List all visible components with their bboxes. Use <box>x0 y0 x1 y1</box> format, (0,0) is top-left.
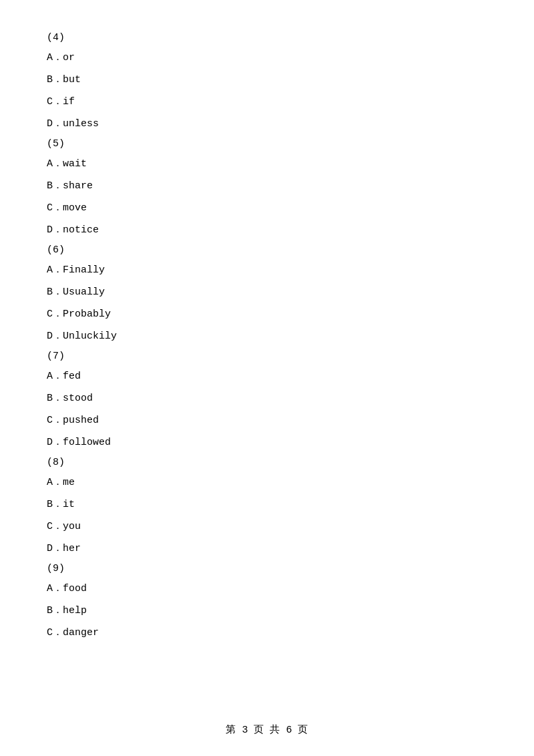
question-number-6: (6) <box>47 244 487 256</box>
option-q4-2: C．if <box>47 93 487 111</box>
option-q4-1: B．but <box>47 71 487 89</box>
question-number-4: (4) <box>47 32 487 43</box>
option-q5-0: A．wait <box>47 155 487 173</box>
option-q9-0: A．food <box>47 580 487 598</box>
option-q5-2: C．move <box>47 199 487 217</box>
question-number-7: (7) <box>47 351 487 362</box>
option-q7-1: B．stood <box>47 389 487 407</box>
option-q8-2: C．you <box>47 518 487 536</box>
option-q5-3: D．notice <box>47 221 487 239</box>
option-q4-0: A．or <box>47 49 487 67</box>
main-content: (4)A．orB．butC．ifD．unless(5)A．waitB．share… <box>0 0 534 686</box>
option-q8-3: D．her <box>47 540 487 558</box>
option-q7-0: A．fed <box>47 367 487 385</box>
option-q8-1: B．it <box>47 496 487 514</box>
option-q6-1: B．Usually <box>47 283 487 301</box>
question-number-9: (9) <box>47 563 487 574</box>
option-q4-3: D．unless <box>47 115 487 133</box>
option-q9-1: B．help <box>47 602 487 620</box>
option-q6-3: D．Unluckily <box>47 327 487 345</box>
option-q6-2: C．Probably <box>47 305 487 323</box>
option-q6-0: A．Finally <box>47 261 487 279</box>
page-footer: 第 3 页 共 6 页 <box>0 723 534 736</box>
question-number-5: (5) <box>47 138 487 150</box>
option-q7-2: C．pushed <box>47 411 487 429</box>
option-q8-0: A．me <box>47 474 487 492</box>
option-q5-1: B．share <box>47 177 487 195</box>
option-q7-3: D．followed <box>47 433 487 451</box>
option-q9-2: C．danger <box>47 624 487 642</box>
question-number-8: (8) <box>47 457 487 468</box>
